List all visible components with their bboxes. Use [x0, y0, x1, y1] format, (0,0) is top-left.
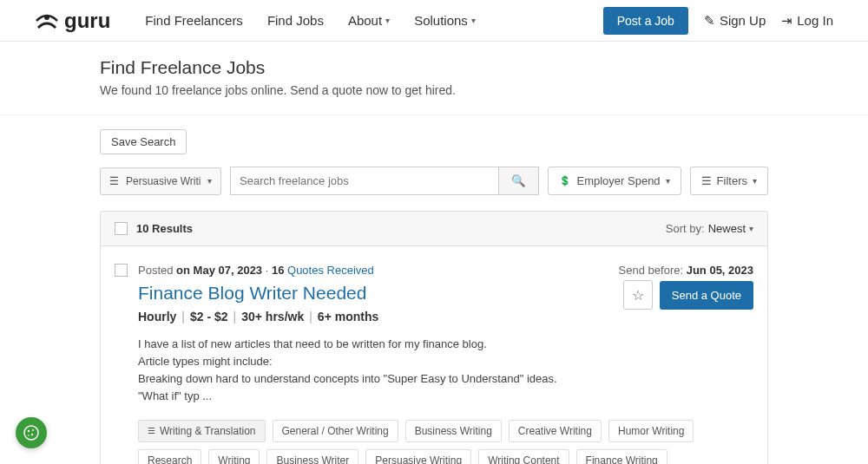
nav-about[interactable]: About▾	[348, 13, 390, 28]
sign-up-link[interactable]: ✎Sign Up	[704, 13, 766, 29]
tag[interactable]: Writing	[208, 449, 260, 464]
cookie-icon	[23, 424, 40, 441]
tag-category[interactable]: ☰Writing & Translation	[138, 420, 266, 442]
tag[interactable]: Finance Writing	[576, 449, 667, 464]
post-job-button[interactable]: Post a Job	[603, 7, 688, 35]
search-icon: 🔍	[511, 174, 526, 187]
svg-point-2	[28, 430, 30, 432]
employer-spend-filter[interactable]: 💲 Employer Spend ▾	[548, 167, 681, 195]
search-toolbar: Save Search ☰ Persuasive Writing ▾ 🔍 💲 E…	[100, 115, 768, 195]
logo-icon	[35, 12, 59, 29]
search-input[interactable]	[230, 167, 498, 195]
results-count: 10 Results	[136, 222, 193, 235]
job-select-checkbox[interactable]	[115, 264, 128, 277]
list-icon: ☰	[148, 426, 155, 435]
sliders-icon: ☰	[701, 174, 712, 187]
page-title: Find Freelance Jobs	[100, 57, 768, 78]
svg-point-1	[24, 426, 38, 440]
save-search-button[interactable]: Save Search	[100, 129, 187, 154]
tag[interactable]: Business Writer	[266, 449, 358, 464]
chevron-down-icon: ▾	[753, 176, 757, 186]
nav-find-jobs[interactable]: Find Jobs	[267, 13, 324, 28]
top-nav: guru Find Freelancers Find Jobs About▾ S…	[0, 0, 868, 42]
tag[interactable]: Persuasive Writing	[365, 449, 471, 464]
job-title-link[interactable]: Finance Blog Writer Needed	[138, 283, 366, 304]
main-nav: Find Freelancers Find Jobs About▾ Soluti…	[145, 13, 602, 28]
list-icon: ☰	[109, 175, 119, 187]
search-button[interactable]: 🔍	[498, 167, 539, 195]
send-before: Send before: Jun 05, 2023	[619, 264, 753, 277]
quotes-received-link[interactable]: Quotes Received	[284, 264, 373, 277]
header-actions: Post a Job ✎Sign Up ⇥Log In	[603, 7, 833, 35]
chevron-down-icon: ▾	[471, 16, 476, 25]
filters-button[interactable]: ☰ Filters ▾	[690, 167, 768, 195]
log-in-link[interactable]: ⇥Log In	[781, 13, 833, 29]
logo[interactable]: guru	[35, 9, 110, 33]
tag[interactable]: Humor Writing	[608, 420, 694, 442]
page-header: Find Freelance Jobs We found 10 freelanc…	[100, 42, 768, 108]
sort-select[interactable]: Sort by: Newest ▾	[666, 222, 753, 235]
svg-point-5	[28, 435, 30, 436]
job-description: I have a list of new articles that need …	[138, 336, 753, 406]
tag[interactable]: Writing Content	[478, 449, 569, 464]
results-bar: 10 Results Sort by: Newest ▾	[100, 211, 768, 246]
send-quote-button[interactable]: Send a Quote	[660, 281, 753, 310]
job-rate: Hourly|$2 - $2|30+ hrs/wk|6+ months	[138, 310, 753, 323]
tag[interactable]: Research	[138, 449, 201, 464]
chevron-down-icon: ▾	[385, 16, 390, 25]
category-select[interactable]: ☰ Persuasive Writing ▾	[100, 167, 221, 195]
select-all-checkbox[interactable]	[115, 222, 128, 235]
svg-point-3	[32, 429, 34, 431]
job-posted: Posted on May 07, 2023 · 16 Quotes Recei…	[138, 264, 374, 277]
svg-point-4	[31, 434, 33, 435]
nav-find-freelancers[interactable]: Find Freelancers	[145, 13, 243, 28]
chevron-down-icon: ▾	[207, 176, 212, 186]
nav-solutions[interactable]: Solutions▾	[414, 13, 476, 28]
favorite-button[interactable]: ☆	[623, 280, 653, 310]
job-tags: ☰Writing & Translation General / Other W…	[138, 420, 753, 464]
page-subtitle: We found 10 freelance jobs online. Send …	[100, 83, 768, 97]
tag[interactable]: General / Other Writing	[273, 420, 398, 442]
chevron-down-icon: ▾	[749, 224, 753, 233]
tag[interactable]: Creative Writing	[509, 420, 602, 442]
edit-icon: ✎	[704, 13, 715, 29]
category-label: Persuasive Writing	[126, 175, 201, 187]
search-group: 🔍	[230, 167, 539, 195]
chevron-down-icon: ▾	[666, 176, 670, 186]
logo-text: guru	[64, 9, 110, 33]
job-card: Posted on May 07, 2023 · 16 Quotes Recei…	[100, 246, 768, 464]
cookie-settings-button[interactable]	[16, 417, 47, 448]
money-icon: 💲	[559, 175, 571, 186]
tag[interactable]: Business Writing	[405, 420, 502, 442]
login-icon: ⇥	[781, 13, 792, 29]
